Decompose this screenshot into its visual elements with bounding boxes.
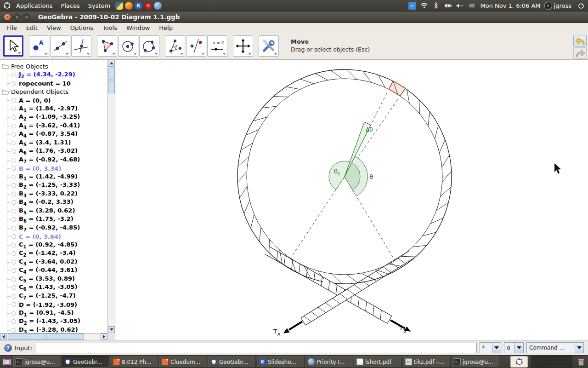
move-graphics-view-tool-button[interactable] xyxy=(233,35,253,57)
angle-tool-button[interactable]: α xyxy=(165,35,185,57)
tool-dropdown-arrow[interactable] xyxy=(133,53,137,55)
visibility-bullet[interactable] xyxy=(11,243,16,247)
visibility-bullet[interactable] xyxy=(11,311,16,316)
taskbar-window-button[interactable]: Cluedum... xyxy=(159,356,207,368)
algebra-item[interactable]: A = (0, 0) xyxy=(0,96,107,105)
slider-tool-button[interactable]: a = 2 xyxy=(207,35,227,57)
visibility-bullet[interactable] xyxy=(11,73,16,77)
visibility-bullet[interactable] xyxy=(11,98,16,103)
horizontal-scrollbar[interactable] xyxy=(0,333,107,340)
tool-dropdown-arrow[interactable] xyxy=(17,52,21,54)
algebra-item[interactable]: A1 = (1.84, -2.97) xyxy=(0,105,107,114)
algebra-item[interactable]: B2 = (-1.25, -3.33) xyxy=(0,181,107,190)
user-menu[interactable]: jgross xyxy=(554,2,571,9)
scroll-up-button[interactable] xyxy=(108,60,115,67)
tool-dropdown-arrow[interactable] xyxy=(274,53,277,55)
algebra-item[interactable]: ropecount = 10 xyxy=(0,79,107,88)
command-dropdown-button[interactable] xyxy=(575,342,584,353)
algebra-item[interactable]: C5 = (3.53, 0.89) xyxy=(0,275,107,284)
panel-menu-applications[interactable]: Applications xyxy=(12,1,57,10)
tool-dropdown-arrow[interactable] xyxy=(44,53,48,55)
visibility-bullet[interactable] xyxy=(11,124,16,128)
tool-dropdown-arrow[interactable] xyxy=(65,53,69,55)
tool-dropdown-arrow[interactable] xyxy=(222,53,226,55)
tool-dropdown-arrow[interactable] xyxy=(86,53,90,55)
visibility-bullet[interactable] xyxy=(11,209,16,213)
window-titlebar[interactable]: ✕ ∨ ∧ GeoGebra - 2009-10-02 Diagram 1.1.… xyxy=(0,12,588,23)
algebra-item[interactable]: D2 = (-1.43, -3.05) xyxy=(0,317,107,326)
algebra-item[interactable]: A5 = (3.4, 1.31) xyxy=(0,139,107,148)
algebra-item[interactable]: C1 = (0.92, -4.85) xyxy=(0,241,107,250)
visibility-bullet[interactable] xyxy=(11,149,16,154)
algebra-item[interactable]: B4 = (-0.2, 3.33) xyxy=(0,198,107,207)
help-icon[interactable]: ? xyxy=(4,344,12,352)
menu-options[interactable]: Options xyxy=(66,24,98,32)
vertical-scrollbar[interactable] xyxy=(107,60,115,333)
panel-menu-system[interactable]: System xyxy=(84,1,114,10)
visibility-bullet[interactable] xyxy=(11,319,16,324)
polygon-tool-button[interactable] xyxy=(97,35,117,57)
visibility-bullet[interactable] xyxy=(11,260,16,264)
workspace-cell[interactable] xyxy=(552,356,562,368)
dropbox-icon[interactable]: ✔ xyxy=(408,2,416,10)
algebra-item[interactable]: B6 = (1.75, -3.2) xyxy=(0,215,107,224)
circle-tool-button[interactable] xyxy=(118,35,138,57)
algebra-section-header[interactable]: Dependent Objects xyxy=(0,88,107,97)
horizontal-scroll-thumb[interactable] xyxy=(8,334,84,340)
tool-dropdown-arrow[interactable] xyxy=(154,53,158,55)
redo-button[interactable] xyxy=(573,47,587,59)
taskbar-window-button[interactable]: GeoGebr... xyxy=(208,356,256,368)
exponent-dropdown-button[interactable] xyxy=(492,342,501,353)
taskbar-window-button[interactable]: Priority I... xyxy=(305,356,353,368)
line-tool-button[interactable] xyxy=(50,35,70,57)
point-tool-button[interactable]: A xyxy=(29,35,49,57)
workspace-cell[interactable] xyxy=(531,356,542,368)
taskbar-window-button[interactable]: 8.012 Ph... xyxy=(111,356,158,368)
taskbar-window-button[interactable]: >_jgross@u... xyxy=(452,356,499,368)
algebra-item[interactable]: A2 = (-1.09, -3.25) xyxy=(0,113,107,122)
visibility-bullet[interactable] xyxy=(11,268,16,273)
taskbar-window-button[interactable]: lshort.pdf xyxy=(354,356,402,368)
algebra-item[interactable]: C3 = (-3.64, 0.02) xyxy=(0,258,107,267)
algebra-item[interactable]: C6 = (1.43, -3.05) xyxy=(0,283,107,292)
volume-icon[interactable] xyxy=(456,2,464,10)
algebra-item[interactable]: A6 = (1.76, -3.02) xyxy=(0,147,107,156)
algebra-item[interactable]: A3 = (-3.62, -0.41) xyxy=(0,122,107,131)
reflect-tool-button[interactable] xyxy=(186,35,206,57)
geogebra-launcher-icon[interactable] xyxy=(510,356,528,368)
visibility-bullet[interactable] xyxy=(11,294,16,299)
visibility-bullet[interactable] xyxy=(11,234,16,239)
visibility-bullet[interactable] xyxy=(11,132,16,137)
visibility-bullet[interactable] xyxy=(11,285,16,290)
visibility-bullet[interactable] xyxy=(11,107,16,111)
distributor-logo-icon[interactable] xyxy=(3,2,11,10)
visibility-bullet[interactable] xyxy=(11,115,16,120)
visibility-bullet[interactable] xyxy=(11,277,16,282)
undo-button[interactable] xyxy=(573,35,587,46)
trash-icon[interactable] xyxy=(576,356,587,368)
algebra-item[interactable]: D = (-1.92, -3.09) xyxy=(0,300,107,309)
keepassx-icon[interactable]: K xyxy=(135,2,142,10)
algebra-item[interactable]: B3 = (-3.33, 0.22) xyxy=(0,190,107,199)
tool-dropdown-arrow[interactable] xyxy=(112,53,116,55)
algebra-item[interactable]: C7 = (-1.25, -4.7) xyxy=(0,292,107,301)
power-icon[interactable] xyxy=(577,2,585,10)
algebra-item[interactable]: B1 = (1.42, -4.99) xyxy=(0,173,107,182)
algebra-item[interactable]: D3 = (-3.28, 0.62) xyxy=(0,326,107,334)
algebra-item[interactable]: A4 = (-0.87, 3.54) xyxy=(0,130,107,139)
wifi-icon[interactable] xyxy=(420,2,428,10)
taskbar-window-button[interactable]: GeoGebr... xyxy=(62,356,110,368)
algebra-section-header[interactable]: Free Objects xyxy=(0,62,107,71)
menu-view[interactable]: View xyxy=(42,24,66,32)
vertical-scroll-thumb[interactable] xyxy=(108,68,115,93)
bluetooth-icon[interactable] xyxy=(432,2,440,10)
workspace-cell[interactable] xyxy=(562,356,572,368)
greek-dropdown-button[interactable] xyxy=(515,342,524,353)
visibility-bullet[interactable] xyxy=(11,302,16,307)
close-button[interactable]: ✕ xyxy=(4,13,11,21)
visibility-bullet[interactable] xyxy=(11,192,16,196)
firefox-icon[interactable] xyxy=(125,2,133,10)
scroll-left-button[interactable] xyxy=(0,334,7,340)
visibility-bullet[interactable] xyxy=(11,251,16,256)
algebra-item[interactable]: D1 = (0.91, -4.5) xyxy=(0,309,107,318)
